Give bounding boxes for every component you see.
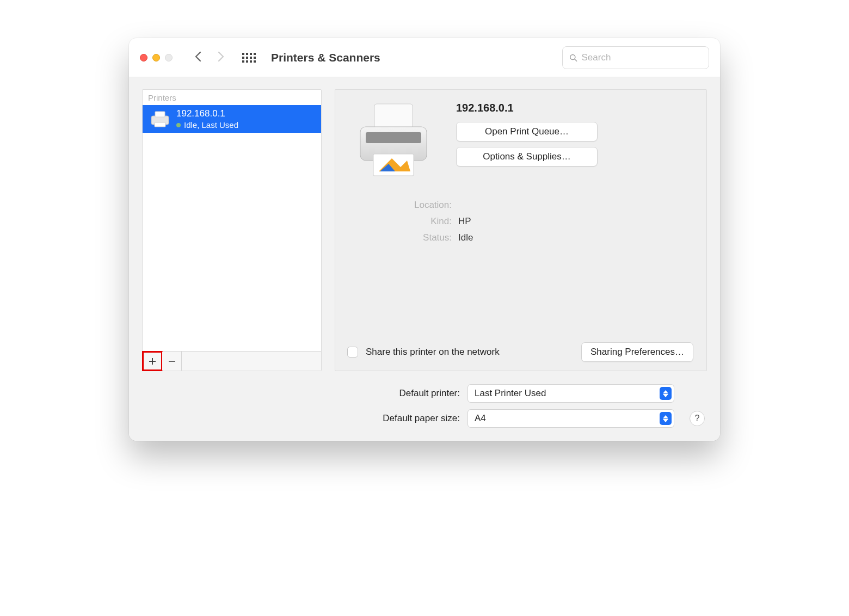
printer-name: 192.168.0.1	[176, 108, 238, 119]
svg-marker-15	[663, 394, 668, 397]
svg-line-1	[575, 59, 577, 61]
upper-row: Printers 192.168.0.1 Idle, Last Us	[142, 89, 707, 371]
location-label: Location:	[354, 200, 452, 211]
location-value	[458, 200, 693, 211]
sharing-preferences-button[interactable]: Sharing Preferences…	[581, 342, 693, 362]
default-paper-value: A4	[475, 413, 486, 424]
minimize-window-button[interactable]	[152, 54, 160, 61]
titlebar: Printers & Scanners	[129, 38, 720, 77]
printer-icon	[149, 109, 171, 129]
svg-marker-17	[663, 419, 668, 422]
printer-large-icon	[353, 100, 434, 181]
detail-title: 192.168.0.1	[456, 102, 693, 114]
remove-printer-button[interactable]	[162, 352, 182, 371]
help-button[interactable]: ?	[690, 411, 705, 426]
default-paper-select[interactable]: A4	[467, 409, 674, 428]
svg-rect-4	[155, 122, 165, 127]
search-field[interactable]	[562, 46, 709, 69]
options-supplies-button[interactable]: Options & Supplies…	[456, 147, 598, 167]
show-all-button[interactable]	[237, 53, 263, 63]
kind-value: HP	[458, 216, 693, 227]
printer-large-icon-wrap	[347, 100, 440, 181]
default-printer-label: Default printer:	[399, 388, 460, 399]
search-icon	[569, 53, 577, 62]
svg-marker-14	[663, 390, 668, 393]
kind-label: Kind:	[354, 216, 452, 227]
open-print-queue-button[interactable]: Open Print Queue…	[456, 122, 598, 141]
printer-list-item[interactable]: 192.168.0.1 Idle, Last Used	[143, 105, 321, 133]
share-printer-checkbox[interactable]	[347, 347, 358, 358]
plus-icon	[149, 358, 156, 365]
svg-marker-16	[663, 415, 668, 418]
printer-list-panel: Printers 192.168.0.1 Idle, Last Us	[142, 89, 322, 371]
default-paper-label: Default paper size:	[383, 413, 460, 424]
bottom-settings: Default printer: Last Printer Used Defau…	[142, 384, 707, 428]
close-window-button[interactable]	[140, 54, 147, 61]
footer-filler	[182, 352, 321, 371]
add-printer-button[interactable]	[143, 352, 162, 371]
back-button[interactable]	[190, 50, 206, 65]
forward-button[interactable]	[213, 50, 229, 65]
default-printer-select[interactable]: Last Printer Used	[467, 384, 674, 403]
maximize-window-button[interactable]	[165, 54, 173, 61]
detail-top: 192.168.0.1 Open Print Queue… Options & …	[347, 100, 693, 181]
share-printer-label: Share this printer on the network	[366, 347, 574, 358]
preferences-window: Printers & Scanners Printers	[129, 38, 720, 441]
svg-rect-3	[155, 112, 165, 117]
svg-rect-10	[366, 132, 421, 143]
status-label: Status:	[354, 232, 452, 243]
share-row: Share this printer on the network Sharin…	[347, 326, 693, 362]
window-controls	[140, 54, 173, 61]
minus-icon	[168, 358, 176, 365]
printer-status: Idle, Last Used	[184, 120, 238, 130]
select-arrows-icon	[660, 412, 672, 425]
grid-icon	[242, 53, 256, 63]
page-title: Printers & Scanners	[271, 51, 380, 64]
printer-list-header: Printers	[143, 90, 321, 105]
status-dot-icon	[176, 123, 181, 127]
printer-list-footer	[143, 351, 321, 371]
printer-detail-panel: 192.168.0.1 Open Print Queue… Options & …	[335, 89, 707, 371]
printer-info-grid: Location: Kind: HP Status: Idle	[354, 200, 693, 243]
default-printer-value: Last Printer Used	[475, 388, 546, 399]
printer-list: 192.168.0.1 Idle, Last Used	[143, 105, 321, 351]
status-value: Idle	[458, 232, 693, 243]
content-area: Printers 192.168.0.1 Idle, Last Us	[129, 77, 720, 441]
search-input[interactable]	[582, 52, 702, 63]
select-arrows-icon	[660, 387, 672, 400]
